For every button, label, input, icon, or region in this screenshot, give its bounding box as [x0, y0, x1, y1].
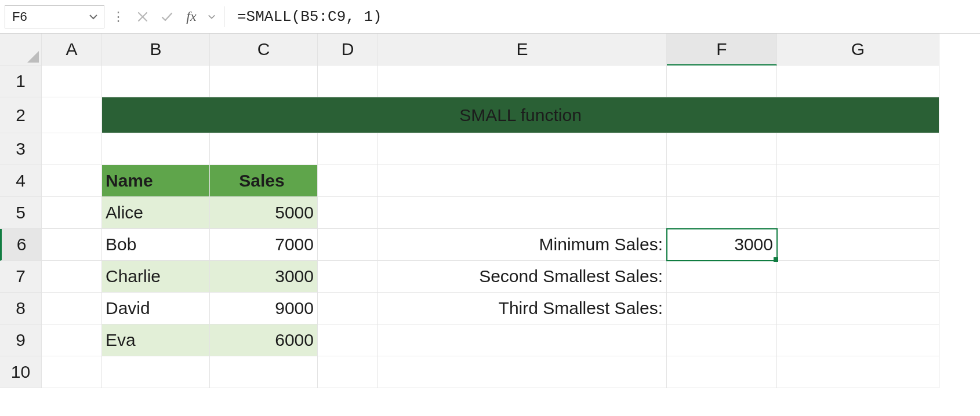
cell-C1[interactable] [210, 65, 318, 97]
cell-F4[interactable] [667, 165, 777, 197]
row-header-1[interactable]: 1 [0, 65, 42, 97]
select-all-corner[interactable] [0, 34, 42, 65]
cell-C8[interactable]: 9000 [210, 293, 318, 324]
cell-A3[interactable] [42, 133, 102, 165]
cell-A1[interactable] [42, 65, 102, 97]
col-header-F[interactable]: F [667, 34, 777, 65]
table-header-sales[interactable]: Sales [210, 165, 318, 197]
row-header-3[interactable]: 3 [0, 133, 42, 165]
col-header-C[interactable]: C [210, 34, 318, 65]
cancel-icon[interactable] [132, 6, 153, 27]
fx-icon[interactable]: fx [181, 6, 202, 27]
cell-G1[interactable] [777, 65, 939, 97]
cell-A2[interactable] [42, 97, 102, 133]
cell-F8[interactable] [667, 293, 777, 324]
cell-D4[interactable] [318, 165, 378, 197]
title-banner[interactable]: SMALL function [102, 97, 939, 133]
cell-C3[interactable] [210, 133, 318, 165]
cell-D6[interactable] [318, 229, 378, 261]
cell-E1[interactable] [378, 65, 667, 97]
cell-E5[interactable] [378, 197, 667, 229]
cell-C9[interactable]: 6000 [210, 324, 318, 356]
row-header-7[interactable]: 7 [0, 261, 42, 293]
cell-F7[interactable] [667, 261, 777, 293]
cell-B6[interactable]: Bob [102, 229, 210, 261]
cell-F3[interactable] [667, 133, 777, 165]
col-header-E[interactable]: E [378, 34, 667, 65]
row-header-10[interactable]: 10 [0, 356, 42, 388]
cell-E7[interactable]: Second Smallest Sales: [378, 261, 667, 293]
col-header-G[interactable]: G [777, 34, 939, 65]
cell-C5[interactable]: 5000 [210, 197, 318, 229]
cell-B10[interactable] [102, 356, 210, 388]
cell-D5[interactable] [318, 197, 378, 229]
cell-B5[interactable]: Alice [102, 197, 210, 229]
cell-E3[interactable] [378, 133, 667, 165]
chevron-down-icon[interactable] [89, 12, 98, 21]
cell-G8[interactable] [777, 293, 939, 324]
cell-A6[interactable] [42, 229, 102, 261]
more-icon[interactable]: ⋮ [108, 6, 129, 27]
cell-A5[interactable] [42, 197, 102, 229]
cell-F5[interactable] [667, 197, 777, 229]
cell-D3[interactable] [318, 133, 378, 165]
cell-B7[interactable]: Charlie [102, 261, 210, 293]
col-header-A[interactable]: A [42, 34, 102, 65]
formula-input[interactable] [230, 5, 975, 28]
cell-E9[interactable] [378, 324, 667, 356]
cell-B8[interactable]: David [102, 293, 210, 324]
cell-G7[interactable] [777, 261, 939, 293]
cell-C6[interactable]: 7000 [210, 229, 318, 261]
cell-F9[interactable] [667, 324, 777, 356]
cell-C7[interactable]: 3000 [210, 261, 318, 293]
cell-G10[interactable] [777, 356, 939, 388]
cell-C10[interactable] [210, 356, 318, 388]
col-header-B[interactable]: B [102, 34, 210, 65]
cell-F1[interactable] [667, 65, 777, 97]
cell-A9[interactable] [42, 324, 102, 356]
row-header-4[interactable]: 4 [0, 165, 42, 197]
cell-F10[interactable] [667, 356, 777, 388]
formula-bar: F6 ⋮ fx [0, 0, 980, 34]
cell-G9[interactable] [777, 324, 939, 356]
row-header-8[interactable]: 8 [0, 293, 42, 324]
name-box-value: F6 [12, 9, 27, 24]
cell-E4[interactable] [378, 165, 667, 197]
divider [224, 6, 224, 27]
cell-B1[interactable] [102, 65, 210, 97]
cell-G3[interactable] [777, 133, 939, 165]
cell-D9[interactable] [318, 324, 378, 356]
cell-A8[interactable] [42, 293, 102, 324]
row-header-9[interactable]: 9 [0, 324, 42, 356]
cell-D7[interactable] [318, 261, 378, 293]
cell-A4[interactable] [42, 165, 102, 197]
col-header-D[interactable]: D [318, 34, 378, 65]
cell-A7[interactable] [42, 261, 102, 293]
spreadsheet-grid[interactable]: A B C D E F G 1 2 SMALL function 3 4 Nam… [0, 34, 980, 388]
cell-D10[interactable] [318, 356, 378, 388]
cell-E10[interactable] [378, 356, 667, 388]
cell-G5[interactable] [777, 197, 939, 229]
cell-B9[interactable]: Eva [102, 324, 210, 356]
row-header-2[interactable]: 2 [0, 97, 42, 133]
cell-F6[interactable]: 3000 [667, 229, 777, 261]
cell-B3[interactable] [102, 133, 210, 165]
row-header-6[interactable]: 6 [0, 229, 42, 261]
chevron-down-icon[interactable] [205, 6, 218, 27]
cell-E6[interactable]: Minimum Sales: [378, 229, 667, 261]
cell-E8[interactable]: Third Smallest Sales: [378, 293, 667, 324]
accept-icon[interactable] [157, 6, 177, 27]
table-header-name[interactable]: Name [102, 165, 210, 197]
cell-D8[interactable] [318, 293, 378, 324]
name-box[interactable]: F6 [5, 5, 104, 28]
cell-A10[interactable] [42, 356, 102, 388]
cell-D1[interactable] [318, 65, 378, 97]
cell-G4[interactable] [777, 165, 939, 197]
row-header-5[interactable]: 5 [0, 197, 42, 229]
cell-G6[interactable] [777, 229, 939, 261]
